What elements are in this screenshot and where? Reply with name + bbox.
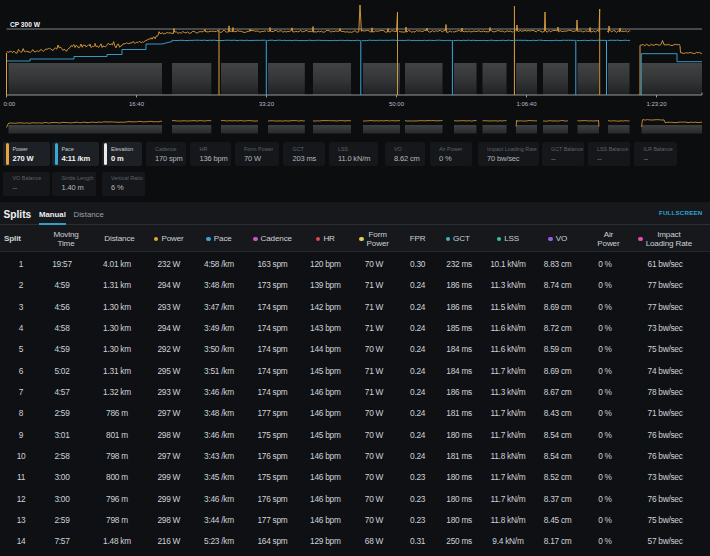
svg-text:1:06:40: 1:06:40 xyxy=(516,101,537,107)
svg-text:1:23:20: 1:23:20 xyxy=(646,101,667,107)
svg-text:0:00: 0:00 xyxy=(4,101,16,107)
svg-text:16:40: 16:40 xyxy=(129,101,145,107)
svg-text:50:00: 50:00 xyxy=(389,101,405,107)
svg-text:CP 300 W: CP 300 W xyxy=(10,21,41,28)
svg-text:33:20: 33:20 xyxy=(259,101,275,107)
